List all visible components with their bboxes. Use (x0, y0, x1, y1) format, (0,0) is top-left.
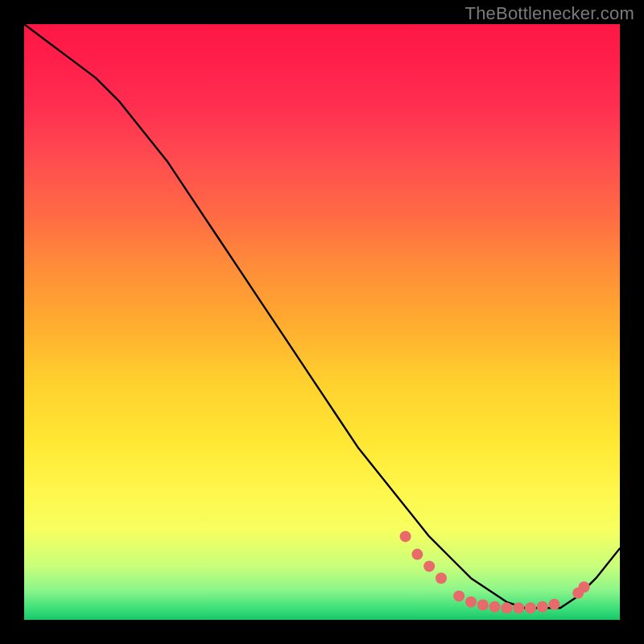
data-point-p12 (537, 601, 548, 613)
data-point-p10 (513, 602, 524, 613)
data-point-p2 (411, 549, 423, 560)
data-point-p6 (465, 597, 477, 608)
data-point-p4 (436, 572, 447, 584)
data-point-p11 (525, 602, 536, 613)
watermark-text: TheBottlenecker.com (465, 3, 634, 24)
data-point-p8 (489, 601, 501, 613)
data-point-p3 (423, 560, 435, 572)
dots-layer (24, 24, 620, 620)
plot-area (24, 24, 620, 620)
data-point-p1 (400, 530, 411, 542)
data-point-p5 (453, 590, 464, 601)
data-point-p7 (477, 600, 489, 611)
chart-stage: TheBottlenecker.com (0, 0, 644, 644)
data-point-p9 (501, 602, 512, 613)
dots-group (400, 530, 590, 613)
data-point-p15 (579, 581, 590, 592)
data-point-p13 (549, 599, 560, 610)
